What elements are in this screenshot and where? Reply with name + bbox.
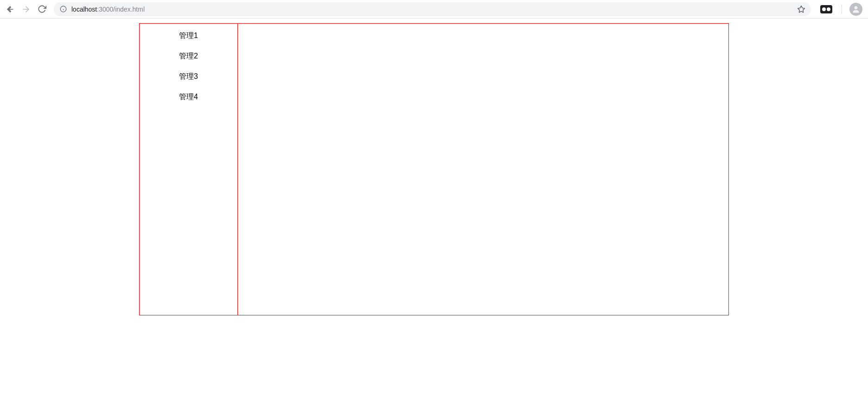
sidebar-item-4[interactable]: 管理4 (140, 87, 237, 107)
person-icon (851, 5, 861, 14)
sidebar-item-label: 管理2 (179, 52, 198, 60)
info-icon (59, 6, 67, 13)
url-host: localhost (71, 6, 97, 13)
svg-point-7 (855, 6, 858, 9)
back-button[interactable] (4, 3, 17, 16)
arrow-right-icon (21, 5, 31, 14)
sidebar-item-label: 管理1 (179, 32, 198, 39)
page-content: 管理1 管理2 管理3 管理4 (0, 19, 868, 315)
main-container: 管理1 管理2 管理3 管理4 (139, 23, 729, 315)
profile-button[interactable] (849, 3, 862, 16)
browser-toolbar: localhost:3000/index.html (0, 0, 868, 19)
reload-button[interactable] (35, 3, 48, 16)
sidebar-item-label: 管理4 (179, 93, 198, 101)
url-text: localhost:3000/index.html (71, 6, 145, 13)
toolbar-divider (842, 5, 842, 14)
svg-marker-6 (798, 6, 805, 12)
url-path: :3000/index.html (97, 6, 145, 13)
address-bar[interactable]: localhost:3000/index.html (54, 2, 811, 16)
arrow-left-icon (6, 5, 15, 14)
main-content-area (238, 24, 728, 315)
sidebar-item-3[interactable]: 管理3 (140, 66, 237, 87)
extension-icon[interactable] (820, 5, 832, 13)
star-icon (797, 5, 805, 13)
forward-button[interactable] (19, 3, 32, 16)
sidebar-item-1[interactable]: 管理1 (140, 26, 237, 46)
reload-icon (38, 5, 46, 13)
sidebar-item-2[interactable]: 管理2 (140, 46, 237, 66)
bookmark-button[interactable] (797, 5, 805, 13)
sidebar-item-label: 管理3 (179, 72, 198, 80)
sidebar: 管理1 管理2 管理3 管理4 (140, 24, 238, 315)
